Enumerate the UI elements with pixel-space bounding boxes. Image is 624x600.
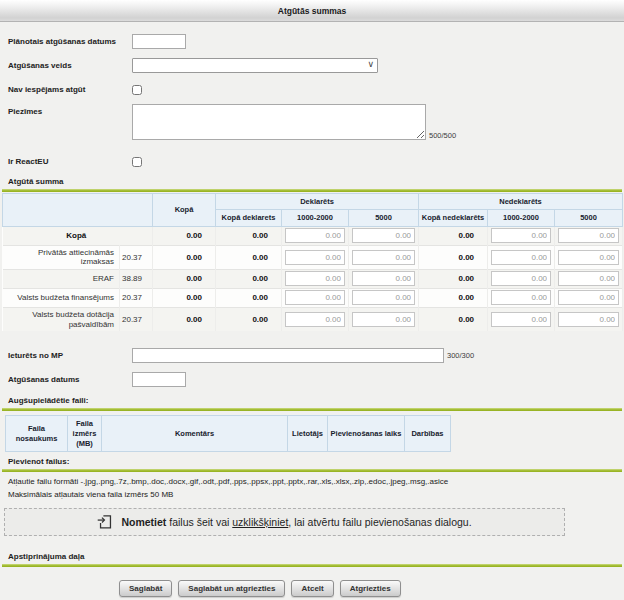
recovery-type-select[interactable] bbox=[132, 58, 378, 73]
allowed-formats-text: Atļautie failu formāti -.jpg,.png,.7z,.b… bbox=[8, 476, 624, 488]
group-header-declared: Deklarēts bbox=[216, 194, 419, 210]
table-row-state-budget: Valsts budžeta finansējums 20.37 0.00 0.… bbox=[3, 288, 623, 307]
eraf-declared-1000-2000-input[interactable] bbox=[285, 271, 345, 286]
row-percent: 20.37 bbox=[120, 288, 153, 307]
files-header-row: Faila nosaukums Faila izmērs (MB) Koment… bbox=[6, 416, 451, 452]
withheld-input[interactable] bbox=[132, 348, 444, 363]
recovery-date-input[interactable] bbox=[132, 372, 186, 387]
recovery-type-select-wrap: ∨ bbox=[132, 58, 378, 73]
react-eu-checkbox[interactable] bbox=[132, 157, 142, 167]
file-dropzone[interactable]: Nometiet failus šeit vai uzklikšķiniet, … bbox=[4, 508, 565, 536]
page-title-bar: Atgūtās summas bbox=[0, 0, 624, 22]
col-header-kopa-deklarets: Kopā deklarets bbox=[216, 210, 282, 226]
save-and-return-button[interactable]: Saglabāt un atgriezties bbox=[178, 580, 285, 597]
private-declared-5000-input[interactable] bbox=[352, 250, 415, 265]
cell-kopa: 0.00 bbox=[153, 245, 216, 269]
row-percent: 20.37 bbox=[120, 307, 153, 331]
cell-kopa: 0.00 bbox=[153, 288, 216, 307]
grant-declared-1000-2000-input[interactable] bbox=[285, 312, 345, 327]
eraf-declared-5000-input[interactable] bbox=[352, 271, 415, 286]
private-undeclared-5000-input[interactable] bbox=[558, 250, 619, 265]
row-label: Privātās attiecināmās izmaksas bbox=[3, 245, 120, 269]
recovery-form: Plānotais atgūšanas datums Atgūšanas vei… bbox=[0, 22, 624, 167]
max-size-text: Maksimālais atļautais viena faila izmērs… bbox=[8, 489, 624, 501]
grant-declared-5000-input[interactable] bbox=[352, 312, 415, 327]
col-comment: Komentārs bbox=[102, 416, 288, 452]
withheld-row: Ieturēts no MP 300/300 bbox=[8, 348, 624, 363]
grant-undeclared-5000-input[interactable] bbox=[558, 312, 619, 327]
col-header-declared-1000-2000: 1000-2000 bbox=[282, 210, 349, 226]
recovery-type-row: Atgūšanas veids ∨ bbox=[8, 58, 624, 73]
row-percent: 20.37 bbox=[120, 245, 153, 269]
private-declared-1000-2000-input[interactable] bbox=[285, 250, 345, 265]
col-header-kopa-nedeklarets: Kopā nedeklarēts bbox=[419, 210, 488, 226]
col-added-time: Pievienošanas laiks bbox=[328, 416, 405, 452]
col-header-undeclared-5000: 5000 bbox=[555, 210, 623, 226]
notes-label: Piezīmes bbox=[8, 104, 132, 117]
planned-date-input[interactable] bbox=[132, 34, 186, 49]
notes-row: Piezīmes 500/500 bbox=[8, 104, 624, 140]
table-row-total: Kopā 0.00 0.00 0.00 bbox=[3, 226, 623, 245]
row-percent: 38.89 bbox=[120, 269, 153, 288]
uploaded-files-section-title: Augšupielādētie faili: bbox=[8, 396, 624, 405]
not-recoverable-checkbox[interactable] bbox=[132, 85, 142, 95]
cell-kopa-deklarets: 0.00 bbox=[216, 307, 282, 331]
col-file-size: Faila izmērs (MB) bbox=[68, 416, 102, 452]
section-divider bbox=[2, 189, 622, 192]
total-kopa-nedeklarets: 0.00 bbox=[419, 226, 488, 245]
total-declared-5000-input[interactable] bbox=[352, 228, 415, 243]
grant-undeclared-1000-2000-input[interactable] bbox=[491, 312, 551, 327]
dropzone-text-mid: failus šeit vai bbox=[166, 516, 232, 528]
dropzone-text: Nometiet failus šeit vai uzklikšķiniet, … bbox=[121, 516, 471, 528]
not-recoverable-label: Nav iespējams atgūt bbox=[8, 82, 132, 95]
section-divider bbox=[2, 564, 622, 567]
cell-kopa-deklarets: 0.00 bbox=[216, 245, 282, 269]
return-button[interactable]: Atgriezties bbox=[340, 580, 401, 597]
budget-undeclared-1000-2000-input[interactable] bbox=[491, 290, 551, 305]
eraf-undeclared-1000-2000-input[interactable] bbox=[491, 271, 551, 286]
planned-date-label: Plānotais atgūšanas datums bbox=[8, 34, 132, 47]
col-file-name: Faila nosaukums bbox=[6, 416, 68, 452]
withheld-label: Ieturēts no MP bbox=[8, 348, 132, 361]
col-user: Lietotājs bbox=[288, 416, 328, 452]
react-eu-row: Ir ReactEU bbox=[8, 154, 624, 167]
recovery-date-row: Atgūšanas datums bbox=[8, 372, 624, 387]
section-divider bbox=[2, 408, 622, 411]
recovery-date-label: Atgūšanas datums bbox=[8, 372, 132, 385]
cell-kopa-nedeklarets: 0.00 bbox=[419, 269, 488, 288]
cell-kopa: 0.00 bbox=[153, 307, 216, 331]
budget-declared-1000-2000-input[interactable] bbox=[285, 290, 345, 305]
action-buttons: Saglabāt Saglabāt un atgriezties Atcelt … bbox=[119, 580, 624, 597]
eraf-undeclared-5000-input[interactable] bbox=[558, 271, 619, 286]
empty-header-cell bbox=[3, 194, 153, 227]
table-row-eraf: ERAF 38.89 0.00 0.00 0.00 bbox=[3, 269, 623, 288]
cancel-button[interactable]: Atcelt bbox=[291, 580, 333, 597]
section-divider bbox=[2, 469, 622, 472]
notes-counter: 500/500 bbox=[429, 131, 456, 140]
total-kopa: 0.00 bbox=[153, 226, 216, 245]
total-undeclared-5000-input[interactable] bbox=[558, 228, 619, 243]
save-button[interactable]: Saglabāt bbox=[119, 580, 172, 597]
dropzone-click-link[interactable]: uzklikšķiniet bbox=[232, 516, 288, 528]
notes-textarea[interactable] bbox=[132, 104, 426, 140]
col-header-undeclared-1000-2000: 1000-2000 bbox=[488, 210, 555, 226]
private-undeclared-1000-2000-input[interactable] bbox=[491, 250, 551, 265]
row-label: Kopā bbox=[3, 226, 153, 245]
react-eu-label: Ir ReactEU bbox=[8, 154, 132, 167]
col-header-declared-5000: 5000 bbox=[349, 210, 419, 226]
total-kopa-deklarets: 0.00 bbox=[216, 226, 282, 245]
recovery-type-label: Atgūšanas veids bbox=[8, 58, 132, 71]
total-declared-1000-2000-input[interactable] bbox=[285, 228, 345, 243]
add-files-label: Pievienot failus: bbox=[8, 457, 624, 466]
row-label: Valsts budžeta finansējums bbox=[3, 288, 120, 307]
budget-undeclared-5000-input[interactable] bbox=[558, 290, 619, 305]
budget-declared-5000-input[interactable] bbox=[352, 290, 415, 305]
cell-kopa-nedeklarets: 0.00 bbox=[419, 245, 488, 269]
row-label: Valsts budžeta dotācija pašvaldībām bbox=[3, 307, 120, 331]
total-undeclared-1000-2000-input[interactable] bbox=[491, 228, 551, 243]
table-row-municipal-grant: Valsts budžeta dotācija pašvaldībām 20.3… bbox=[3, 307, 623, 331]
group-header-undeclared: Nedeklarēts bbox=[419, 194, 623, 210]
dropzone-text-tail: , lai atvērtu failu pievienošanas dialog… bbox=[288, 516, 471, 528]
dropzone-text-bold: Nometiet bbox=[121, 516, 166, 528]
planned-date-row: Plānotais atgūšanas datums bbox=[8, 34, 624, 49]
